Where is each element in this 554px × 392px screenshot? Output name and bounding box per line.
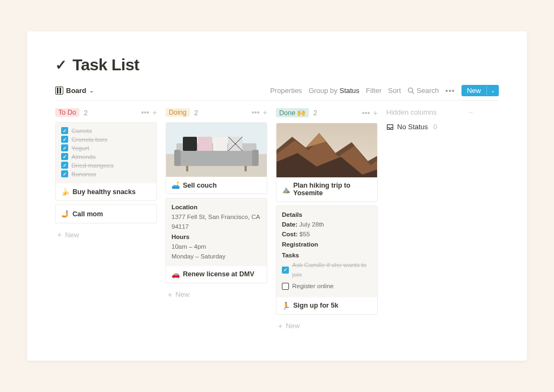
list-item: Almonds xyxy=(61,153,151,160)
column-more-button[interactable]: ••• xyxy=(252,108,260,117)
checklist-text: Ask Camille if she wants to join xyxy=(292,261,372,280)
hidden-columns: Hidden columns – No Status 0 xyxy=(386,107,473,131)
hidden-columns-label: Hidden columns xyxy=(386,108,437,116)
card-title: Call mom xyxy=(72,210,103,218)
add-card-button[interactable]: + New xyxy=(55,227,157,242)
hidden-columns-toggle[interactable]: – xyxy=(469,108,473,116)
card-preview: Location 1377 Fell St, San Francisco, CA… xyxy=(166,198,267,266)
column-done: Done 🙌 2 ••• + xyxy=(276,107,378,334)
svg-rect-9 xyxy=(198,137,212,151)
svg-point-0 xyxy=(408,88,413,92)
add-card-label: New xyxy=(65,231,79,239)
board-columns: To Do 2 ••• + Carrots Granola bars Yogur… xyxy=(55,107,499,334)
list-item: Dried mangoes xyxy=(61,162,151,169)
sort-button[interactable]: Sort xyxy=(388,87,401,95)
column-add-button[interactable]: + xyxy=(373,109,378,117)
detail-text: Date: July 28th xyxy=(282,220,372,230)
card[interactable]: Location 1377 Fell St, San Francisco, CA… xyxy=(166,198,267,283)
detail-text: 1377 Fell St, San Francisco, CA 94117 xyxy=(172,212,261,232)
svg-rect-10 xyxy=(213,137,227,151)
svg-rect-7 xyxy=(252,150,259,166)
search-button[interactable]: Search xyxy=(407,87,439,95)
column-header: Done 🙌 2 ••• + xyxy=(276,107,378,123)
column-count: 2 xyxy=(313,109,317,117)
checkbox-checked-icon xyxy=(61,127,68,134)
checklist-text: Granola bars xyxy=(71,136,107,143)
column-emoji: 🙌 xyxy=(297,109,306,117)
add-card-label: New xyxy=(286,322,300,330)
detail-val: $55 xyxy=(300,231,310,237)
column-tag[interactable]: Doing xyxy=(166,108,190,117)
chevron-down-icon: ⌄ xyxy=(89,88,94,94)
chevron-down-icon[interactable]: ⌄ xyxy=(486,86,499,95)
page-title[interactable]: Task List xyxy=(72,56,139,74)
card[interactable]: 🤳 Call mom xyxy=(55,204,157,223)
card-title-row: 🍌 Buy healthy snacks xyxy=(56,183,156,200)
plus-icon: + xyxy=(168,290,172,299)
no-status-count: 0 xyxy=(433,123,437,131)
filter-button[interactable]: Filter xyxy=(366,87,381,95)
column-add-button[interactable]: + xyxy=(263,108,267,117)
group-by-button[interactable]: Group by Status xyxy=(308,87,359,95)
card-cover-image xyxy=(276,123,377,177)
detail-key: Date: xyxy=(282,221,298,228)
checklist-text: Yogurt xyxy=(71,145,89,151)
card-emoji: 🤳 xyxy=(61,210,70,218)
card-preview: Details Date: July 28th Cost: $55 Regist… xyxy=(276,206,377,297)
card-emoji: 🚗 xyxy=(172,270,180,278)
list-item: Ask Camille if she wants to join xyxy=(282,261,372,280)
column-header: Doing 2 ••• + xyxy=(166,107,267,122)
page-header: ✓ Task List xyxy=(55,56,499,74)
svg-rect-6 xyxy=(174,150,181,166)
svg-rect-12 xyxy=(186,166,188,171)
checklist-text: Bananas xyxy=(71,171,96,177)
no-status-label: No Status xyxy=(397,123,428,131)
card[interactable]: Details Date: July 28th Cost: $55 Regist… xyxy=(276,205,378,315)
new-button[interactable]: New ⌄ xyxy=(461,85,499,96)
board-icon xyxy=(55,87,63,95)
checkbox-checked-icon xyxy=(282,267,289,274)
add-card-label: New xyxy=(175,290,189,298)
card-title-row: 🛋️ Sell couch xyxy=(166,177,267,194)
no-status-group[interactable]: No Status 0 xyxy=(386,123,473,131)
column-more-button[interactable]: ••• xyxy=(141,108,149,117)
list-item: Granola bars xyxy=(61,136,151,143)
list-item: Bananas xyxy=(61,170,151,177)
page-icon: ✓ xyxy=(55,57,67,74)
new-button-label: New xyxy=(461,85,486,96)
card-title: Sell couch xyxy=(183,182,217,189)
column-count: 2 xyxy=(84,109,88,117)
checklist-text: Almonds xyxy=(71,154,96,160)
group-by-prefix: Group by xyxy=(308,87,339,95)
properties-button[interactable]: Properties xyxy=(270,87,302,95)
detail-label: Tasks xyxy=(282,251,372,261)
add-card-button[interactable]: + New xyxy=(166,287,267,302)
card-title-row: 🤳 Call mom xyxy=(56,205,156,223)
column-more-button[interactable]: ••• xyxy=(362,109,370,117)
column-add-button[interactable]: + xyxy=(153,108,157,117)
card-emoji: 🛋️ xyxy=(172,181,180,189)
group-by-value: Status xyxy=(339,87,359,95)
column-doing: Doing 2 ••• + xyxy=(166,107,267,302)
detail-label: Details xyxy=(282,210,372,220)
list-item: Carrots xyxy=(61,127,151,134)
view-selector[interactable]: Board ⌄ xyxy=(55,87,94,95)
column-tag[interactable]: Done 🙌 xyxy=(276,108,309,117)
inbox-icon xyxy=(386,123,394,131)
plus-icon: + xyxy=(278,322,282,330)
more-menu-button[interactable]: ••• xyxy=(445,87,455,95)
add-card-button[interactable]: + New xyxy=(276,318,378,334)
detail-val: July 28th xyxy=(299,221,324,228)
card-title-row: 🏃 Sign up for 5k xyxy=(276,297,377,314)
list-item: Register online xyxy=(282,282,372,291)
card-preview: Carrots Granola bars Yogurt Almonds Drie… xyxy=(56,123,156,183)
checkbox-checked-icon xyxy=(61,162,68,169)
card[interactable]: Carrots Granola bars Yogurt Almonds Drie… xyxy=(55,122,157,201)
card[interactable]: 🛋️ Sell couch xyxy=(166,122,267,194)
detail-label: Location xyxy=(172,203,261,212)
column-count: 2 xyxy=(194,109,198,117)
card[interactable]: ⛰️ Plan hiking trip to Yosemite xyxy=(276,123,378,202)
card-title: Buy healthy snacks xyxy=(72,188,136,196)
detail-key: Cost: xyxy=(282,231,298,237)
column-tag[interactable]: To Do xyxy=(55,108,80,117)
